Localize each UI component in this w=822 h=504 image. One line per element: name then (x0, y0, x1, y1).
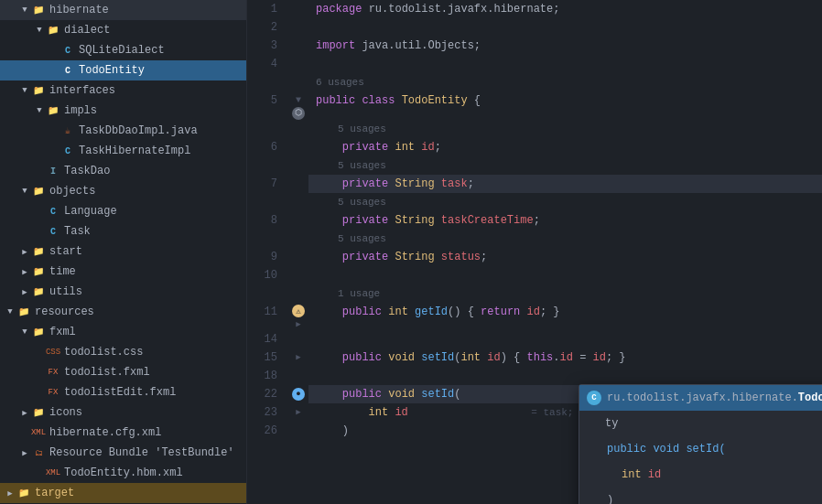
tree-arrow-resources: ▼ (4, 307, 16, 316)
gutter-18 (288, 367, 308, 385)
folder-icon-icons: 📁 (31, 405, 46, 420)
tree-arrow-utils: ▶ (18, 287, 31, 297)
line-num-3: 3 (247, 37, 288, 55)
line-num-usages-1 (247, 73, 288, 91)
code-7: private String task; (308, 175, 822, 193)
tree-item-task[interactable]: C Task (0, 221, 246, 241)
autocomplete-item-3[interactable]: public void setId( (579, 436, 822, 462)
tree-label-taskdbdaoimpl: TaskDbDaoImpl.java (79, 124, 246, 137)
tree-item-todolist-css[interactable]: CSS todolist.css (0, 342, 246, 362)
tree-item-icons[interactable]: ▶ 📁 icons (0, 402, 246, 423)
code-usages-1: 6 usages (308, 73, 822, 91)
tree-item-resources[interactable]: ▼ 📁 resources (0, 302, 246, 322)
code-8: private String taskCreateTime; (308, 211, 822, 230)
expand-icon-5[interactable]: ▼ (296, 95, 301, 105)
gutter-10 (288, 266, 308, 284)
line-num-2: 2 (247, 18, 288, 37)
tree-arrow-objects: ▼ (18, 187, 31, 196)
expand-icon-23[interactable]: ▶ (296, 408, 300, 417)
line-num-26: 26 (247, 422, 288, 440)
tree-item-sqlitedialect[interactable]: C SQLiteDialect (0, 40, 246, 60)
tree-item-time[interactable]: ▶ 📁 time (0, 262, 246, 282)
code-table: 1 package ru.todolist.javafx.hibernate; … (247, 0, 822, 440)
gutter-usages-id (288, 120, 308, 138)
tree-item-hibernate[interactable]: ▼ 📁 hibernate (0, 0, 246, 20)
line-2: 2 (247, 18, 822, 37)
autocomplete-item-2[interactable]: ty (579, 411, 822, 436)
autocomplete-text-4: int id (607, 468, 822, 481)
tree-label-resource-bundle: Resource Bundle 'TestBundle' (49, 446, 246, 459)
tree-label-start: start (49, 245, 246, 258)
tree-item-objects[interactable]: ▼ 📁 objects (0, 181, 246, 201)
tree-item-utils[interactable]: ▶ 📁 utils (0, 282, 246, 302)
tree-item-resource-bundle[interactable]: ▶ 🗂 Resource Bundle 'TestBundle' (0, 443, 246, 463)
tree-item-hibernate-cfg[interactable]: XML hibernate.cfg.xml (0, 423, 246, 443)
line-num-usages-taskcreatetime (247, 193, 288, 211)
line-14: 14 (247, 330, 822, 349)
autocomplete-item-5[interactable]: ) (579, 488, 822, 504)
java-icon-taskdbdaoimpl: ☕ (60, 123, 75, 138)
line-11: 11 ⚠ ▶ public int getId() { return id; } (247, 303, 822, 331)
tree-item-todolist-fxml[interactable]: FX todolist.fxml (0, 362, 246, 382)
gutter-5[interactable]: ▼ ⬡ (288, 91, 308, 120)
bean-icon-5: ⬡ (292, 107, 305, 120)
fxml-icon-1: FX (46, 365, 60, 380)
tree-label-todolist-fxml: todolist.fxml (64, 366, 246, 379)
code-content[interactable]: 1 package ru.todolist.javafx.hibernate; … (247, 0, 822, 504)
tree-arrow-resource-bundle: ▶ (18, 448, 31, 458)
line-4: 4 (247, 55, 822, 73)
autocomplete-text-2: ty (605, 417, 822, 430)
tree-item-taskhibernateimpl[interactable]: C TaskHibernateImpl (0, 141, 246, 161)
code-14 (308, 330, 822, 349)
gutter-22[interactable]: ● (288, 385, 308, 403)
tree-arrow-impls: ▼ (33, 106, 46, 115)
expand-icon-11[interactable]: ▶ (296, 320, 300, 329)
tree-item-taskdbdaoimpl[interactable]: ☕ TaskDbDaoImpl.java (0, 121, 246, 141)
tree-label-time: time (49, 265, 246, 278)
line-usages-getid: 1 usage (247, 284, 822, 303)
tree-label-impls: impls (64, 104, 246, 117)
tree-arrow-interfaces: ▼ (18, 86, 31, 95)
info-icon-22: ● (292, 388, 305, 401)
class-icon-task: C (46, 224, 60, 239)
autocomplete-item-4[interactable]: int id (579, 462, 822, 488)
tree-item-interfaces[interactable]: ▼ 📁 interfaces (0, 80, 246, 101)
tree-label-todolist-css: todolist.css (64, 346, 246, 359)
tree-item-language[interactable]: C Language (0, 201, 246, 221)
code-usages-status: 5 usages (308, 230, 822, 248)
line-5: 5 ▼ ⬡ public class TodoEntity { (247, 91, 822, 120)
tree-item-taskdao[interactable]: I TaskDao (0, 161, 246, 181)
line-usages-1: 6 usages (247, 73, 822, 91)
expand-icon-15[interactable]: ▶ (296, 353, 300, 362)
tree-item-todoentity-hbm[interactable]: XML TodoEntity.hbm.xml (0, 463, 246, 483)
tree-item-fxml[interactable]: ▼ 📁 fxml (0, 322, 246, 342)
line-10: 10 (247, 266, 822, 284)
gutter-15[interactable]: ▶ (288, 349, 308, 367)
tree-label-target: target (35, 487, 246, 499)
css-icon: CSS (46, 345, 60, 359)
line-num-usages-task (247, 156, 288, 175)
autocomplete-text-3: public void setId( (607, 443, 822, 456)
code-4 (308, 55, 822, 73)
tree-item-todoentity[interactable]: C TodoEntity (0, 60, 246, 80)
gutter-9 (288, 248, 308, 266)
gutter-11[interactable]: ⚠ ▶ (288, 303, 308, 331)
tree-item-impls[interactable]: ▼ 📁 impls (0, 101, 246, 121)
autocomplete-popup: C ru.todolist.javafx.hibernate.TodoEnti … (579, 384, 822, 504)
gutter-usages-getid (288, 284, 308, 303)
line-num-usages-status (247, 230, 288, 248)
tree-item-start[interactable]: ▶ 📁 start (0, 241, 246, 262)
gutter-23[interactable]: ▶ (288, 403, 308, 422)
folder-icon-target: 📁 (16, 486, 31, 500)
line-6: 6 private int id; (247, 138, 822, 156)
tree-item-dialect[interactable]: ▼ 📁 dialect (0, 20, 246, 40)
class-icon-taskhibernateimpl: C (60, 144, 75, 158)
folder-icon-hibernate: 📁 (31, 3, 46, 17)
gutter-8 (288, 211, 308, 230)
code-usages-id: 5 usages (308, 120, 822, 138)
tree-item-todolistedit-fxml[interactable]: FX todolistEdit.fxml (0, 382, 246, 402)
gutter-6 (288, 138, 308, 156)
autocomplete-item-1[interactable]: C ru.todolist.javafx.hibernate.TodoEnti (579, 385, 822, 411)
bundle-icon: 🗂 (31, 445, 46, 460)
tree-item-target[interactable]: ▶ 📁 target (0, 483, 246, 503)
